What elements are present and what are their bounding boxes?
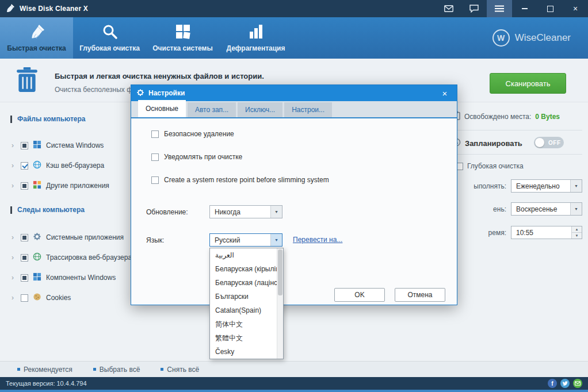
language-select[interactable]: Русский ▼ (209, 233, 282, 247)
footer-link-label: Снять всё (167, 366, 199, 374)
nav-tab-label: Дефрагментация (227, 44, 285, 52)
chevron-right-icon[interactable]: › (12, 141, 16, 149)
version-label: Текущая версия: 10.4.4.794 (6, 380, 87, 387)
chevron-right-icon[interactable]: › (12, 274, 16, 282)
section-title: Файлы компьютера (17, 115, 86, 123)
minimize-button[interactable] (512, 0, 537, 17)
checkbox[interactable] (151, 176, 159, 184)
ok-button[interactable]: OK (334, 288, 385, 302)
maximize-button[interactable] (537, 0, 563, 17)
checkbox[interactable] (151, 153, 159, 161)
schedule-toggle[interactable]: OFF (534, 137, 564, 148)
nav-tab-defrag[interactable]: Дефрагментация (219, 17, 292, 59)
schedule-label: Запланировать (465, 139, 522, 148)
minimize-icon (522, 8, 528, 9)
chevron-down-icon[interactable]: ▼ (570, 180, 582, 192)
nav-tab-system-clean[interactable]: Очистка системы (146, 17, 219, 59)
checkbox[interactable] (21, 274, 28, 282)
trash-icon (15, 67, 39, 95)
chevron-down-icon[interactable]: ▼ (270, 234, 282, 246)
feedback-icon[interactable] (461, 0, 487, 17)
section-marker (10, 206, 12, 214)
select-value: Еженедельно (516, 182, 560, 190)
run-day-select[interactable]: Воскресенье ▼ (511, 202, 582, 216)
language-option[interactable]: Catalan(Spain) (210, 303, 283, 317)
dialog-titlebar: Настройки × (131, 85, 457, 101)
nav-tab-quick-clean[interactable]: Быстрая очистка (0, 17, 73, 59)
footer-bar: Рекомендуется Выбрать всё Снять всё (0, 361, 588, 377)
checkbox[interactable] (21, 254, 28, 262)
deselect-all-link[interactable]: Снять всё (161, 366, 199, 374)
facebook-icon[interactable]: f (548, 379, 557, 388)
checkbox[interactable] (21, 162, 28, 170)
spin-up-icon[interactable]: ▲ (572, 226, 582, 233)
chevron-right-icon[interactable]: › (12, 253, 16, 262)
sidebar-item-label: Cookies (46, 294, 71, 302)
option-label: Create a system restore point before sli… (164, 176, 329, 184)
time-value: 10:55 (516, 229, 533, 237)
chevron-down-icon[interactable]: ▼ (270, 206, 282, 218)
globe-icon (33, 252, 41, 263)
chevron-down-icon[interactable]: ▼ (570, 203, 582, 215)
section-title: Следы компьютера (17, 206, 85, 214)
select-all-link[interactable]: Выбрать всё (93, 366, 140, 374)
select-value: Никогда (215, 208, 240, 216)
footer-link-label: Выбрать всё (100, 366, 140, 374)
option-label: Безопасное удаление (164, 130, 234, 138)
nav-tab-label: Быстрая очистка (7, 44, 66, 52)
nav-tab-label: Очистка системы (152, 44, 212, 52)
checkbox[interactable] (21, 234, 28, 241)
chevron-right-icon[interactable]: › (12, 162, 16, 170)
restore-point-option[interactable]: Create a system restore point before sli… (151, 176, 329, 184)
checkbox[interactable] (21, 182, 28, 190)
chevron-right-icon[interactable]: › (12, 182, 16, 190)
tab-auto-run[interactable]: Авто зап... (188, 102, 236, 117)
notify-on-clean-option[interactable]: Уведомлять при очистке (151, 153, 242, 161)
checkbox[interactable] (151, 130, 159, 138)
secure-delete-option[interactable]: Безопасное удаление (151, 130, 234, 138)
cancel-button[interactable]: Отмена (395, 288, 445, 302)
chevron-right-icon[interactable]: › (12, 233, 16, 241)
menu-icon[interactable] (487, 0, 512, 17)
language-option[interactable]: Česky (210, 345, 283, 359)
sidebar-item-label: Компоненты Windows (46, 274, 116, 282)
language-option[interactable]: 简体中文 (210, 317, 283, 331)
nav-tab-deep-clean[interactable]: Глубокая очистка (73, 17, 146, 59)
language-option[interactable]: 繁體中文 (210, 331, 283, 345)
defrag-bars-icon (248, 24, 264, 41)
dialog-tab-strip: Основные Авто зап... Исключ... Настрои..… (131, 101, 457, 118)
page-title: Быстрая и легкая очистка ненужных файлов… (55, 72, 264, 80)
update-select[interactable]: Никогда ▼ (209, 205, 282, 218)
scrollbar-thumb[interactable] (278, 249, 282, 295)
language-option[interactable]: العربية (210, 248, 283, 262)
deep-clean-row[interactable]: Глубокая очистка (456, 162, 524, 170)
scrollbar-track[interactable] (277, 248, 283, 359)
deep-clean-label: Глубокая очистка (467, 162, 524, 170)
bullet-icon (17, 368, 20, 371)
windows-icon (33, 140, 41, 151)
mail-icon[interactable] (436, 0, 461, 17)
tab-general[interactable]: Основные (138, 100, 186, 117)
spin-down-icon[interactable]: ▼ (572, 233, 582, 239)
mail-icon[interactable] (573, 379, 582, 388)
app-window: Wise Disk Cleaner X × Быстрая очистка Гл… (0, 0, 588, 392)
freed-space-label: Освобождено места: (464, 113, 531, 121)
language-option[interactable]: Български (210, 290, 283, 303)
recommended-link[interactable]: Рекомендуется (17, 366, 72, 374)
scan-button[interactable]: Сканировать (490, 73, 566, 94)
tab-custom[interactable]: Настрои... (284, 102, 332, 117)
close-button[interactable]: × (563, 0, 588, 17)
twitter-icon[interactable] (560, 379, 570, 388)
language-dropdown-list: العربية Беларуская (кірыліца) Беларуская… (209, 248, 284, 359)
freed-space-row: Освобождено места: 0 Bytes (452, 111, 560, 122)
checkbox[interactable] (21, 142, 28, 149)
chevron-right-icon[interactable]: › (12, 294, 16, 302)
language-option[interactable]: Беларуская (кірыліца) (210, 262, 283, 276)
dialog-close-button[interactable]: × (438, 89, 452, 98)
checkbox[interactable] (21, 294, 28, 302)
language-option[interactable]: Беларуская (лацінскі) (210, 276, 283, 290)
run-frequency-select[interactable]: Еженедельно ▼ (511, 179, 582, 193)
tab-exclusions[interactable]: Исключ... (238, 102, 282, 117)
translate-link[interactable]: Перевести на... (293, 236, 342, 244)
run-time-spinner[interactable]: 10:55 ▲ ▼ (511, 226, 582, 239)
